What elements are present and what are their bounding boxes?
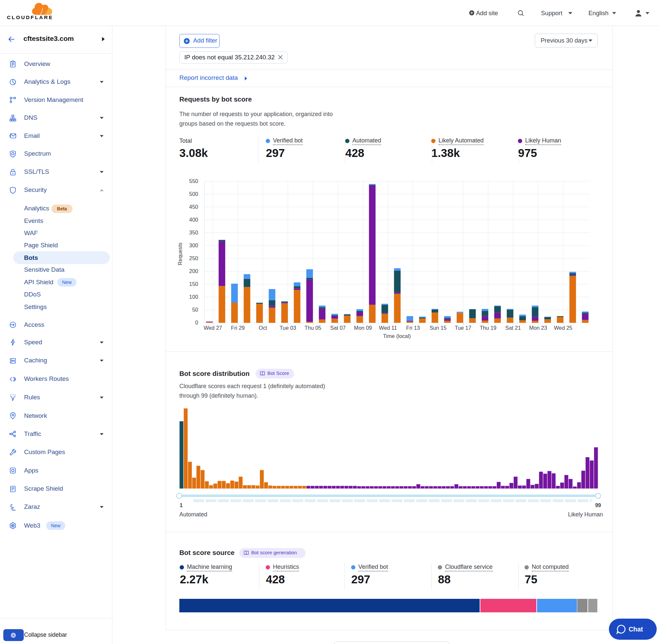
svg-text:Time (local): Time (local) (383, 333, 411, 339)
svg-text:300: 300 (189, 243, 198, 248)
svg-text:Mon 23: Mon 23 (529, 325, 547, 331)
svg-text:Tue 03: Tue 03 (280, 325, 296, 331)
svg-text:0: 0 (195, 320, 198, 325)
svg-text:Tue 17: Tue 17 (455, 325, 471, 331)
svg-text:Sat 21: Sat 21 (505, 325, 521, 331)
svg-text:400: 400 (189, 217, 198, 223)
svg-text:200: 200 (189, 268, 198, 274)
svg-text:550: 550 (189, 178, 198, 184)
svg-text:Wed 25: Wed 25 (554, 325, 572, 331)
svg-text:1: 1 (180, 503, 183, 508)
svg-text:Sun 15: Sun 15 (429, 325, 447, 331)
svg-text:Mon 09: Mon 09 (354, 325, 372, 331)
svg-text:Automated: Automated (179, 511, 207, 518)
svg-text:Thu 19: Thu 19 (480, 325, 496, 331)
svg-text:450: 450 (189, 204, 198, 210)
svg-text:250: 250 (189, 255, 198, 261)
svg-text:350: 350 (189, 230, 198, 235)
svg-text:Thu 05: Thu 05 (305, 325, 322, 331)
svg-text:Wed 11: Wed 11 (379, 325, 397, 331)
svg-text:150: 150 (189, 281, 198, 287)
svg-text:500: 500 (189, 191, 198, 197)
svg-text:Requests: Requests (177, 243, 183, 266)
svg-text:50: 50 (192, 307, 198, 313)
svg-text:Sat 07: Sat 07 (330, 325, 346, 331)
svg-text:100: 100 (189, 294, 198, 300)
svg-text:Fri 13: Fri 13 (406, 325, 420, 331)
svg-text:Likely Human: Likely Human (568, 511, 603, 518)
svg-text:99: 99 (595, 503, 601, 508)
svg-text:Wed 27: Wed 27 (204, 325, 222, 331)
svg-text:Fri 29: Fri 29 (231, 325, 245, 331)
svg-text:Oct: Oct (259, 325, 267, 331)
